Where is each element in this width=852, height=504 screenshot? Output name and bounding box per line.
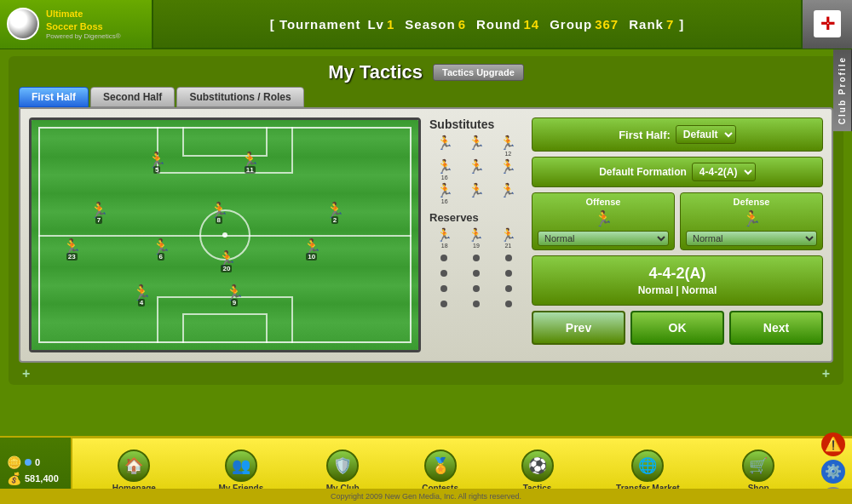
round-label: Round bbox=[476, 17, 521, 32]
player-6[interactable]: 🏃 6 bbox=[152, 239, 170, 261]
player-7[interactable]: 🏃 7 bbox=[89, 203, 108, 224]
round-val: 14 bbox=[524, 17, 540, 32]
sub-player-3[interactable]: 🏃 bbox=[461, 158, 491, 180]
formation-label: Default Formation bbox=[599, 166, 687, 178]
tournament-info: [ Tournament Lv 1 Season 6 Round 14 Grou… bbox=[153, 17, 801, 32]
season-label: Season bbox=[405, 17, 455, 32]
ok-button[interactable]: OK bbox=[630, 311, 724, 345]
nav-shop[interactable]: 🛒 Shop bbox=[742, 450, 774, 493]
player-10[interactable]: 🏃 10 bbox=[302, 239, 321, 261]
coins-dot bbox=[25, 459, 32, 466]
dot-slot-4 bbox=[440, 270, 447, 277]
player-8[interactable]: 🏃 8 bbox=[210, 203, 228, 224]
sub-player-2[interactable]: 🏃 bbox=[461, 135, 491, 157]
alert-icon[interactable]: ⚠️ bbox=[821, 432, 845, 456]
tab-second-half[interactable]: Second Half bbox=[90, 87, 175, 107]
header: Ultimate Soccer Boss Powered by Digeneti… bbox=[0, 0, 852, 49]
substitutes-grid: 🏃 🏃 🏃 12 🏃 16 🏃 bbox=[429, 135, 523, 204]
dot-slot-11 bbox=[473, 301, 480, 307]
player-5[interactable]: 🏃 5 bbox=[147, 152, 166, 174]
penalty-area-top bbox=[157, 127, 293, 174]
formation-display-text: 4-4-2(A) bbox=[648, 265, 705, 283]
player-11[interactable]: 🏃 11 bbox=[240, 152, 259, 174]
logo-title2: Soccer Boss bbox=[46, 21, 103, 32]
nav-tactics[interactable]: ⚽ Tactics bbox=[521, 450, 554, 493]
center-dot bbox=[222, 232, 227, 238]
season-val: 6 bbox=[458, 17, 466, 32]
logo-ball bbox=[7, 8, 39, 40]
player-23[interactable]: 🏃 23 bbox=[62, 239, 81, 261]
action-buttons: Prev OK Next bbox=[532, 311, 823, 345]
dot-slot-7 bbox=[440, 285, 447, 292]
tab-substitutions-roles[interactable]: Substitutions / Roles bbox=[176, 87, 303, 107]
offense-dropdown[interactable]: Normal Attack Defend bbox=[538, 231, 669, 246]
plus-right-icon[interactable]: + bbox=[822, 366, 830, 381]
first-half-label: First Half: bbox=[619, 129, 671, 141]
nav-my-club[interactable]: 🛡️ My Club bbox=[326, 450, 360, 493]
reserve-19[interactable]: 🏃 19 bbox=[461, 227, 491, 249]
formation-display: 4-4-2(A) Normal | Normal bbox=[532, 255, 823, 306]
reserve-18[interactable]: 🏃 18 bbox=[429, 227, 459, 249]
player-20[interactable]: 🏃 20 bbox=[217, 251, 236, 272]
defense-icon: 🏃 bbox=[742, 209, 761, 228]
formation-dropdown[interactable]: 4-4-2(A) 4-4-2(B) 4-3-3 3-5-2 bbox=[692, 163, 756, 181]
friends-icon: 👥 bbox=[225, 450, 257, 482]
club-icon: 🛡️ bbox=[326, 450, 359, 482]
lv-val: 1 bbox=[387, 17, 394, 32]
coins-icon: 🪙 bbox=[7, 455, 21, 469]
settings-icon[interactable]: ⚙️ bbox=[821, 460, 845, 484]
shop-icon: 🛒 bbox=[742, 450, 774, 482]
substitutes-panel: Substitutes 🏃 🏃 🏃 12 🏃 16 bbox=[429, 117, 523, 352]
nav-transfer-market[interactable]: 🌐 Transfer Market bbox=[616, 450, 679, 493]
tabs-bar: First Half Second Half Substitutions / R… bbox=[9, 87, 843, 107]
sub-player-4[interactable]: 🏃 bbox=[493, 158, 523, 180]
sub-player-1[interactable]: 🏃 bbox=[429, 135, 459, 157]
copyright-text: Copyright 2009 New Gen Media, Inc. All r… bbox=[331, 492, 521, 501]
reserves-grid: 🏃 18 🏃 19 🏃 21 bbox=[429, 227, 523, 249]
main-content: My Tactics Tactics Upgrade First Half Se… bbox=[9, 56, 843, 385]
tactics-icon: ⚽ bbox=[521, 450, 554, 482]
substitutes-title: Substitutes bbox=[429, 117, 523, 131]
plus-left-icon[interactable]: + bbox=[22, 366, 30, 381]
dot-slot-12 bbox=[505, 301, 512, 307]
offense-defense-row: Offense 🏃 Normal Attack Defend Defense 🏃… bbox=[532, 192, 823, 250]
nav-homepage[interactable]: 🏠 Homepage bbox=[112, 450, 156, 493]
player-2[interactable]: 🏃 2 bbox=[325, 203, 344, 224]
dot-slot-1 bbox=[440, 255, 447, 261]
logo-subtitle: Powered by Digenetics® bbox=[46, 32, 121, 40]
club-profile-button[interactable]: ✛ bbox=[801, 0, 852, 49]
group-label: Group bbox=[550, 17, 592, 32]
sub-player-6a[interactable]: 🏃 bbox=[493, 182, 523, 204]
first-half-dropdown[interactable]: Default Attack Defend bbox=[676, 125, 736, 144]
dot-slot-2 bbox=[473, 255, 480, 261]
prev-button[interactable]: Prev bbox=[532, 311, 625, 345]
reserves-title: Reserves bbox=[429, 211, 523, 224]
sub-player-16a[interactable]: 🏃 16 bbox=[429, 158, 459, 180]
defense-dropdown[interactable]: Normal Attack Defend bbox=[686, 231, 817, 246]
offense-box: Offense 🏃 Normal Attack Defend bbox=[532, 192, 675, 250]
reserve-21[interactable]: 🏃 21 bbox=[493, 227, 523, 249]
tab-first-half[interactable]: First Half bbox=[19, 87, 89, 107]
club-profile-icon: ✛ bbox=[814, 10, 841, 37]
transfer-icon: 🌐 bbox=[631, 450, 664, 482]
nav-my-friends[interactable]: 👥 My Friends bbox=[218, 450, 263, 493]
sub-player-12[interactable]: 🏃 12 bbox=[493, 135, 523, 157]
plus-icons-row: + + bbox=[9, 363, 843, 385]
club-profile-side-label[interactable]: Club Profile bbox=[833, 49, 852, 131]
soccer-field-container: 🏃 5 🏃 11 🏃 7 🏃 8 🏃 2 bbox=[29, 117, 421, 352]
next-button[interactable]: Next bbox=[729, 311, 823, 345]
page-title-bar: My Tactics Tactics Upgrade bbox=[9, 56, 843, 87]
sub-player-5a[interactable]: 🏃 bbox=[461, 182, 491, 204]
tactics-upgrade-button[interactable]: Tactics Upgrade bbox=[433, 64, 524, 81]
defense-box: Defense 🏃 Normal Attack Defend bbox=[680, 192, 823, 250]
cross-icon: ✛ bbox=[820, 14, 835, 34]
player-4[interactable]: 🏃 4 bbox=[132, 285, 151, 306]
player-9[interactable]: 🏃 9 bbox=[225, 285, 244, 306]
defense-label: Defense bbox=[734, 197, 770, 207]
sub-player-16b[interactable]: 🏃 16 bbox=[429, 182, 459, 204]
offense-icon: 🏃 bbox=[594, 209, 613, 228]
page-title: My Tactics bbox=[328, 61, 423, 83]
nav-contests[interactable]: 🏅 Contests bbox=[422, 450, 458, 493]
rank-val: 7 bbox=[666, 17, 674, 32]
formation-row: Default Formation 4-4-2(A) 4-4-2(B) 4-3-… bbox=[532, 157, 823, 187]
